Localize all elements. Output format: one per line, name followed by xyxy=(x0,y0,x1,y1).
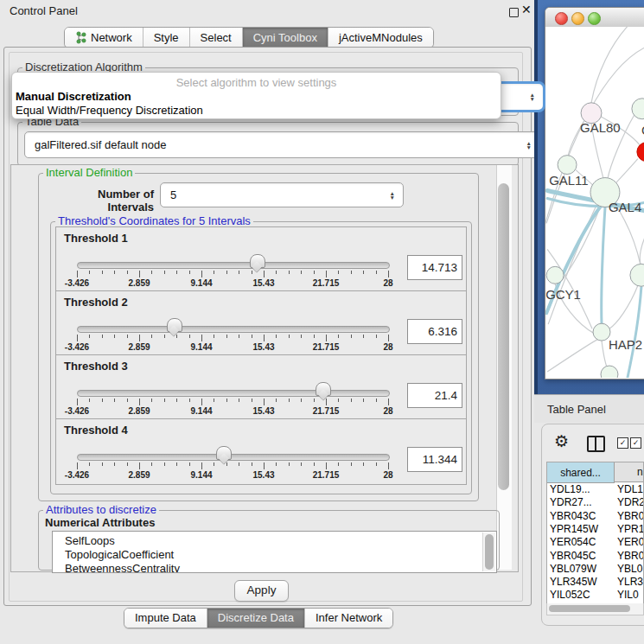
tick-mark xyxy=(77,462,78,469)
network-edge-highlighted[interactable] xyxy=(602,207,605,323)
table-row[interactable]: YBR045CYBR0 xyxy=(547,550,643,563)
network-node-gal11[interactable] xyxy=(558,156,577,175)
table-row[interactable]: YDL19...YDL1 xyxy=(547,483,643,496)
cell-shared-name: YER054C xyxy=(550,536,596,549)
checkbox-icon[interactable]: ✓ xyxy=(630,437,641,449)
tick-label: 15.43 xyxy=(239,278,288,288)
network-edge[interactable] xyxy=(640,229,644,266)
table-data-value: galFiltered.sif default node xyxy=(35,138,166,151)
network-edge[interactable] xyxy=(614,159,638,186)
list-scrollbar[interactable] xyxy=(482,532,495,571)
tab-network[interactable]: Network xyxy=(65,28,143,48)
network-node-hap2[interactable] xyxy=(593,323,610,341)
tab-label: jActiveMNodules xyxy=(339,28,423,48)
node-table: shared...na YDL19...YDL1YDR27...YDR2YBR0… xyxy=(546,462,644,615)
tick-mark xyxy=(139,399,140,405)
threshold-value-field[interactable]: 6.316 xyxy=(407,319,462,344)
list-item[interactable]: TopologicalCoefficient xyxy=(65,548,174,562)
tab-style[interactable]: Style xyxy=(143,28,190,48)
slider-thumb[interactable] xyxy=(167,318,182,332)
close-icon[interactable]: ✕ xyxy=(521,3,532,16)
tick-mark xyxy=(127,335,128,338)
tick-mark xyxy=(102,335,103,338)
table-row[interactable]: YLR345WYLR3 xyxy=(547,576,643,589)
tick-mark xyxy=(252,271,252,274)
network-edge-highlighted[interactable] xyxy=(628,287,641,378)
tab-discretize-data[interactable]: Discretize Data xyxy=(207,609,305,628)
table-data-combobox[interactable]: galFiltered.sif default node ▲▼ xyxy=(24,131,540,158)
table-horizontal-scrollbar-thumb[interactable] xyxy=(549,605,630,612)
zoom-traffic-light-icon[interactable] xyxy=(588,12,601,25)
tick-mark xyxy=(127,399,128,402)
tick-mark xyxy=(127,271,128,274)
tab-infer-network[interactable]: Infer Network xyxy=(305,609,392,628)
tick-mark xyxy=(102,462,103,466)
network-node-c[interactable] xyxy=(637,143,644,162)
tick-mark xyxy=(189,399,190,402)
tick-mark xyxy=(338,399,339,402)
network-edge[interactable] xyxy=(609,285,638,328)
slider-track[interactable] xyxy=(77,454,390,461)
minimize-traffic-light-icon[interactable] xyxy=(571,12,584,25)
tab-jactivemnodules[interactable]: jActiveMNodules xyxy=(328,28,433,48)
list-scrollbar-thumb[interactable] xyxy=(485,534,494,570)
table-row[interactable]: YBR043CYBR0 xyxy=(547,510,643,523)
cell-name: YIL0 xyxy=(617,589,639,602)
threshold-value-field[interactable]: 21.4 xyxy=(407,383,462,408)
slider-track[interactable] xyxy=(77,262,390,269)
interval-definition-legend: Interval Definition xyxy=(43,167,135,179)
slider-thumb[interactable] xyxy=(250,254,265,268)
column-header-shared[interactable]: shared... xyxy=(547,462,615,483)
apply-button[interactable]: Apply xyxy=(234,580,289,602)
table-row[interactable]: YIL052CYIL0 xyxy=(547,589,643,602)
table-horizontal-scrollbar[interactable] xyxy=(546,603,644,615)
column-header-na[interactable]: na xyxy=(615,462,644,482)
network-node-gcy1[interactable] xyxy=(546,266,564,284)
app-root: Control Panel ✕ NetworkStyleSelectCyni T… xyxy=(0,0,644,644)
tick-mark xyxy=(226,462,227,466)
slider-thumb[interactable] xyxy=(216,446,232,460)
table-row[interactable]: YDR27...YDR2 xyxy=(547,496,643,509)
tick-label: 21.715 xyxy=(302,470,350,480)
tick-mark xyxy=(114,271,115,274)
network-node[interactable] xyxy=(601,366,618,378)
tab-label: Style xyxy=(154,28,179,48)
algorithm-option-manual-discretization[interactable]: Manual Discretization xyxy=(16,90,497,104)
network-window-titlebar[interactable] xyxy=(545,8,644,28)
algorithm-option-equal-width-frequency-discretization[interactable]: Equal Width/Frequency Discretization xyxy=(16,104,497,118)
combo-arrows-icon: ▲▼ xyxy=(526,141,532,150)
numerical-attributes-list[interactable]: SelfLoopsTopologicalCoefficientBetweenne… xyxy=(52,531,497,573)
tab-impute-data[interactable]: Impute Data xyxy=(124,609,207,628)
tick-label: 28 xyxy=(364,342,412,352)
tick-label: 2.859 xyxy=(115,342,163,352)
tick-mark xyxy=(388,335,389,341)
network-edge[interactable] xyxy=(591,27,631,103)
columns-icon[interactable] xyxy=(587,436,605,452)
tick-mark xyxy=(189,271,190,274)
network-edge[interactable] xyxy=(547,338,600,372)
threshold-value-field[interactable]: 11.344 xyxy=(407,447,462,472)
threshold-value-field[interactable]: 14.713 xyxy=(407,255,462,280)
tab-select[interactable]: Select xyxy=(190,28,243,48)
tick-label: 21.715 xyxy=(302,406,350,416)
close-traffic-light-icon[interactable] xyxy=(555,12,568,25)
checkbox-icon[interactable]: ✓ xyxy=(617,437,628,449)
tick-label: 15.43 xyxy=(239,406,288,416)
list-item[interactable]: BetweennessCentrality xyxy=(65,562,180,573)
float-window-icon[interactable] xyxy=(509,8,519,17)
slider-thumb[interactable] xyxy=(316,382,331,396)
slider-track[interactable] xyxy=(77,326,390,333)
gear-icon[interactable]: ⚙︎ xyxy=(554,432,569,451)
table-row[interactable]: YBL079WYBL0 xyxy=(547,563,643,576)
cell-name: YBR0 xyxy=(617,550,643,563)
table-row[interactable]: YPR145WYPR1 xyxy=(547,523,643,536)
settings-scrollbar-thumb[interactable] xyxy=(498,183,509,490)
tab-cyni-toolbox[interactable]: Cyni Toolbox xyxy=(243,28,328,48)
slider-track[interactable] xyxy=(77,390,390,397)
table-row[interactable]: YER054CYER0 xyxy=(547,536,643,549)
network-canvas[interactable]: GAL80GACGAL11GAL4GCY1HHAP2 xyxy=(545,27,644,378)
numerical-attributes-label: Numerical Attributes xyxy=(45,516,155,529)
number-of-intervals-combobox[interactable]: 5 ▲▼ xyxy=(160,182,404,207)
list-item[interactable]: SelfLoops xyxy=(65,534,115,548)
network-node-h[interactable] xyxy=(630,264,644,286)
